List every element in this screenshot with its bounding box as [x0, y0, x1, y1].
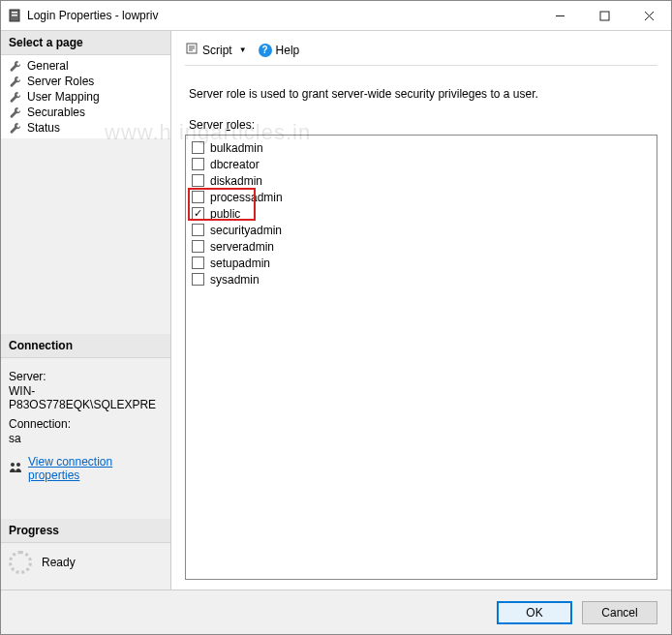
- page-item-label: User Mapping: [27, 90, 100, 104]
- role-item[interactable]: public: [192, 205, 651, 222]
- role-checkbox[interactable]: [192, 174, 204, 187]
- role-label: bulkadmin: [210, 141, 263, 155]
- help-button[interactable]: ? Help: [259, 44, 300, 57]
- description-text: Server role is used to grant server-wide…: [189, 87, 657, 101]
- close-button[interactable]: [626, 1, 671, 30]
- sidebar-page-item[interactable]: User Mapping: [1, 89, 170, 105]
- role-item[interactable]: processadmin: [192, 189, 651, 205]
- page-item-label: Server Roles: [27, 75, 94, 88]
- role-checkbox[interactable]: [192, 224, 204, 236]
- role-label: processadmin: [210, 191, 283, 204]
- server-roles-listbox[interactable]: bulkadmindbcreatordiskadminprocessadminp…: [185, 135, 657, 580]
- page-item-label: Status: [27, 121, 60, 135]
- role-label: dbcreator: [210, 158, 260, 171]
- wrench-icon: [9, 106, 21, 119]
- help-label: Help: [276, 44, 300, 57]
- page-list: GeneralServer RolesUser MappingSecurable…: [1, 55, 170, 138]
- cancel-button[interactable]: Cancel: [582, 601, 657, 624]
- svg-point-7: [11, 463, 15, 467]
- titlebar: Login Properties - lowpriv: [1, 1, 671, 31]
- role-label: serveradmin: [210, 240, 274, 254]
- progress-header: Progress: [1, 519, 170, 543]
- page-item-label: Securables: [27, 106, 85, 119]
- role-checkbox[interactable]: [192, 191, 204, 203]
- role-item[interactable]: sysadmin: [192, 271, 651, 287]
- page-item-label: General: [27, 59, 69, 73]
- svg-rect-4: [600, 12, 609, 20]
- wrench-icon: [9, 91, 21, 104]
- server-roles-label: Server roles:: [189, 118, 657, 132]
- wrench-icon: [9, 76, 21, 88]
- sidebar-page-item[interactable]: Server Roles: [1, 74, 170, 89]
- server-value: WIN-P83OS778EQK\SQLEXPRE: [9, 384, 163, 411]
- app-icon: [9, 9, 20, 22]
- svg-point-8: [16, 463, 20, 467]
- role-item[interactable]: serveradmin: [192, 238, 651, 255]
- window-title: Login Properties - lowpriv: [27, 9, 158, 22]
- sidebar-page-item[interactable]: Securables: [1, 105, 170, 120]
- script-icon: [185, 42, 199, 58]
- role-checkbox[interactable]: [192, 273, 204, 286]
- spinner-icon: [9, 551, 32, 574]
- role-checkbox[interactable]: [192, 141, 204, 154]
- wrench-icon: [9, 60, 21, 73]
- dropdown-icon: ▼: [239, 45, 247, 54]
- progress-status: Ready: [42, 556, 76, 569]
- select-page-header: Select a page: [1, 31, 170, 55]
- maximize-button[interactable]: [582, 1, 626, 30]
- connection-block: Server: WIN-P83OS778EQK\SQLEXPRE Connect…: [1, 358, 170, 492]
- window-controls: [537, 1, 671, 30]
- view-connection-link[interactable]: View connection properties: [28, 455, 163, 482]
- role-checkbox[interactable]: [192, 158, 204, 170]
- sidebar: Select a page GeneralServer RolesUser Ma…: [1, 31, 171, 590]
- role-label: securityadmin: [210, 224, 282, 237]
- connection-label: Connection:: [9, 417, 163, 431]
- role-label: diskadmin: [210, 174, 262, 188]
- main-panel: Script ▼ ? Help Server role is used to g…: [171, 31, 671, 590]
- role-item[interactable]: bulkadmin: [192, 139, 651, 156]
- role-item[interactable]: diskadmin: [192, 172, 651, 189]
- connection-header: Connection: [1, 334, 170, 358]
- sidebar-page-item[interactable]: General: [1, 58, 170, 74]
- progress-block: Ready: [1, 543, 170, 590]
- script-button[interactable]: Script ▼: [185, 42, 247, 58]
- script-label: Script: [202, 44, 232, 57]
- role-checkbox[interactable]: [192, 257, 204, 269]
- sidebar-page-item[interactable]: Status: [1, 120, 170, 136]
- minimize-button[interactable]: [537, 1, 582, 30]
- role-label: sysadmin: [210, 273, 260, 287]
- ok-button[interactable]: OK: [497, 601, 572, 624]
- role-item[interactable]: setupadmin: [192, 255, 651, 271]
- connection-value: sa: [9, 432, 163, 445]
- role-item[interactable]: securityadmin: [192, 222, 651, 238]
- role-checkbox[interactable]: [192, 240, 204, 253]
- role-item[interactable]: dbcreator: [192, 156, 651, 172]
- toolbar: Script ▼ ? Help: [185, 41, 657, 66]
- wrench-icon: [9, 122, 21, 135]
- server-label: Server:: [9, 370, 163, 383]
- connection-icon: [9, 462, 22, 476]
- role-label: setupadmin: [210, 257, 270, 270]
- footer: OK Cancel: [1, 590, 671, 634]
- role-checkbox[interactable]: [192, 207, 204, 220]
- svg-rect-1: [12, 12, 17, 14]
- help-icon: ?: [259, 44, 272, 57]
- svg-rect-2: [12, 15, 17, 16]
- role-label: public: [210, 207, 240, 221]
